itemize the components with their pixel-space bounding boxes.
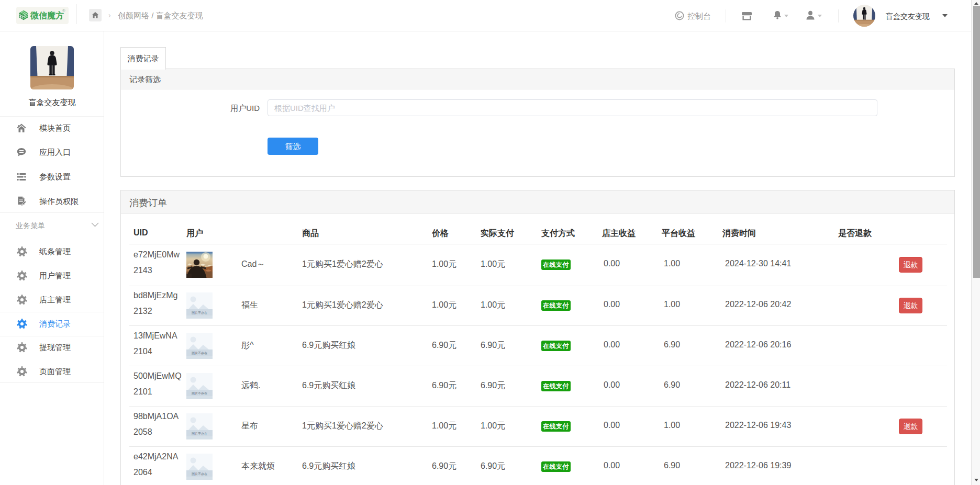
svg-text:图片不存在: 图片不存在 [192,431,207,435]
svg-text:图片不存在: 图片不存在 [192,471,207,476]
svg-text:图片不存在: 图片不存在 [192,311,207,315]
svg-text:图片不存在: 图片不存在 [192,351,207,355]
svg-text:图片不存在: 图片不存在 [192,391,207,395]
